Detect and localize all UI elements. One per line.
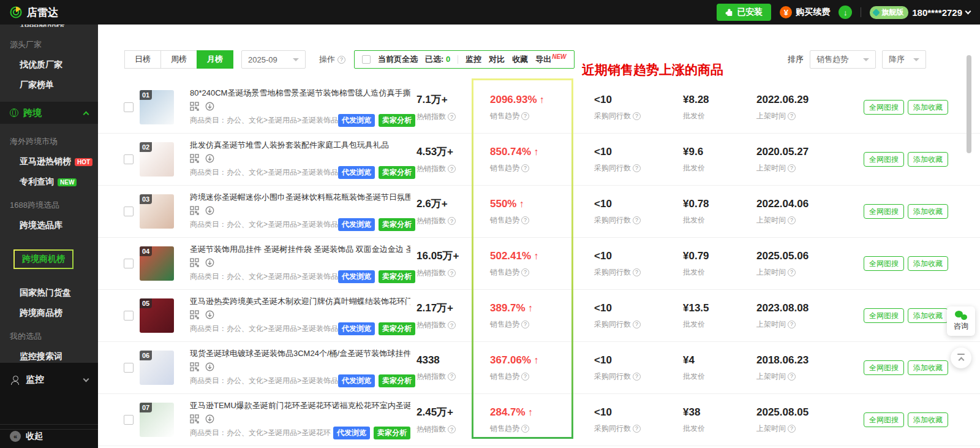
sidebar-item[interactable]: 跨境选品库 xyxy=(20,220,98,231)
tab-daily[interactable]: 日榜 xyxy=(124,50,161,69)
proxy-browse-badge[interactable]: 代发浏览 xyxy=(338,374,375,387)
sidebar-item[interactable]: 跨境商品榜 xyxy=(20,308,98,319)
tab-weekly[interactable]: 周榜 xyxy=(160,50,197,69)
product-title[interactable]: 亚马逊TEMU爆款圣诞前门花环圣诞花环诺福克松花环室内圣诞装饰 xyxy=(190,400,410,411)
help-icon[interactable] xyxy=(633,268,641,276)
help-icon[interactable] xyxy=(521,321,529,328)
row-checkbox[interactable] xyxy=(124,311,134,321)
product-image[interactable]: 05 xyxy=(140,298,174,333)
download-image-icon[interactable] xyxy=(205,310,214,319)
monitor-action[interactable]: 监控 xyxy=(466,54,481,65)
product-title[interactable]: 亚马逊热卖跨境美式圣诞木制欢迎门牌仿真叶蝴蝶结装饰花环门环 xyxy=(190,296,410,307)
sidebar-item[interactable]: 亚马逊热销榜HOT xyxy=(20,156,98,167)
product-image[interactable]: 07 xyxy=(140,403,174,437)
help-icon[interactable] xyxy=(448,269,456,277)
compare-action[interactable]: 对比 xyxy=(489,54,505,65)
seller-analysis-badge[interactable]: 卖家分析 xyxy=(379,374,415,387)
help-icon[interactable] xyxy=(788,268,796,276)
help-icon[interactable] xyxy=(521,373,529,381)
add-favorite-button[interactable]: 添加收藏 xyxy=(908,360,948,375)
row-checkbox[interactable] xyxy=(124,363,134,373)
help-icon[interactable] xyxy=(788,373,796,381)
sort-field-select[interactable]: 销售趋势 xyxy=(810,50,876,69)
qr-code-icon[interactable] xyxy=(190,154,199,163)
brand-logo[interactable]: 店雷达 xyxy=(10,6,58,20)
proxy-browse-badge[interactable]: 代发浏览 xyxy=(338,270,375,283)
proxy-browse-badge[interactable]: 代发浏览 xyxy=(338,166,375,179)
qr-code-icon[interactable] xyxy=(190,258,199,267)
installed-button[interactable]: 已安装 xyxy=(717,4,771,21)
seller-analysis-badge[interactable]: 卖家分析 xyxy=(379,270,415,283)
help-icon[interactable] xyxy=(788,216,796,224)
help-icon[interactable] xyxy=(448,425,456,433)
help-icon[interactable] xyxy=(788,164,796,172)
row-checkbox[interactable] xyxy=(124,259,134,268)
help-icon[interactable] xyxy=(448,217,456,225)
help-icon[interactable] xyxy=(633,216,641,224)
row-checkbox[interactable] xyxy=(124,415,134,425)
consult-widget[interactable]: 咨询 xyxy=(947,306,975,336)
period-select[interactable]: 2025-09 xyxy=(241,50,306,69)
proxy-browse-badge[interactable]: 代发浏览 xyxy=(338,322,375,335)
qr-code-icon[interactable] xyxy=(190,362,199,371)
account-menu[interactable]: 旗舰版 180****2729 xyxy=(870,6,970,19)
sidebar-group-crossborder[interactable]: 跨境 xyxy=(0,102,98,124)
help-icon[interactable] xyxy=(633,164,641,172)
sidebar-item[interactable]: 1688商品榜 xyxy=(20,25,98,27)
help-icon[interactable] xyxy=(788,425,796,433)
help-icon[interactable] xyxy=(633,321,641,328)
product-image[interactable]: 06 xyxy=(140,351,174,385)
qr-code-icon[interactable] xyxy=(190,102,199,111)
proxy-browse-badge[interactable]: 代发浏览 xyxy=(338,218,375,231)
scrollbar-thumb[interactable] xyxy=(967,55,971,153)
help-icon[interactable] xyxy=(337,56,345,64)
help-icon[interactable] xyxy=(633,112,641,120)
help-icon[interactable] xyxy=(448,373,456,381)
qr-code-icon[interactable] xyxy=(190,206,199,215)
add-favorite-button[interactable]: 添加收藏 xyxy=(908,100,948,115)
back-to-top-button[interactable] xyxy=(951,347,971,368)
help-icon[interactable] xyxy=(521,268,529,276)
sidebar-item[interactable]: 厂家榜单 xyxy=(20,80,98,91)
select-all-checkbox[interactable] xyxy=(362,55,371,64)
image-search-button[interactable]: 全网图搜 xyxy=(864,360,904,375)
product-title[interactable]: 跨境迷你圣诞帽迷你小围巾圣诞袜饮料瓶花瓶装饰圣诞节日氛围用品 xyxy=(190,192,410,203)
qr-code-icon[interactable] xyxy=(190,310,199,319)
product-image[interactable]: 02 xyxy=(140,142,174,177)
proxy-browse-badge[interactable]: 代发浏览 xyxy=(333,427,370,439)
export-action[interactable]: 导出NEW xyxy=(535,53,566,65)
sidebar-item[interactable]: 国家热门货盘 xyxy=(20,287,98,298)
help-icon[interactable] xyxy=(521,164,529,172)
seller-analysis-badge[interactable]: 卖家分析 xyxy=(379,322,415,335)
proxy-browse-badge[interactable]: 代发浏览 xyxy=(338,114,375,127)
seller-analysis-badge[interactable]: 卖家分析 xyxy=(374,427,410,439)
seller-analysis-badge[interactable]: 卖家分析 xyxy=(379,114,415,127)
sidebar-item-active[interactable]: 跨境商机榜 xyxy=(13,249,74,269)
help-icon[interactable] xyxy=(521,216,529,224)
help-icon[interactable] xyxy=(448,321,456,329)
product-image[interactable]: 03 xyxy=(140,194,174,229)
product-image[interactable]: 01 xyxy=(140,90,174,124)
help-icon[interactable] xyxy=(788,112,796,120)
seller-analysis-badge[interactable]: 卖家分析 xyxy=(379,218,415,231)
product-title[interactable]: 批发仿真圣诞节堆雪人装扮套装配件家庭工具包玩具礼品 xyxy=(190,140,410,151)
download-image-icon[interactable] xyxy=(205,362,214,371)
row-checkbox[interactable] xyxy=(124,207,134,216)
add-favorite-button[interactable]: 添加收藏 xyxy=(908,412,948,427)
image-search-button[interactable]: 全网图搜 xyxy=(864,256,904,271)
favorite-action[interactable]: 收藏 xyxy=(512,54,528,65)
image-search-button[interactable]: 全网图搜 xyxy=(864,308,904,323)
sidebar-item[interactable]: 监控搜索词 xyxy=(20,351,98,362)
image-search-button[interactable]: 全网图搜 xyxy=(864,412,904,427)
product-title[interactable]: 现货圣诞球电镀球圣诞装饰品3CM24个/桶/盒圣诞节装饰球挂件用品 xyxy=(190,348,410,359)
help-icon[interactable] xyxy=(521,425,529,433)
help-icon[interactable] xyxy=(788,321,796,328)
sort-order-select[interactable]: 降序 xyxy=(882,50,926,69)
product-title[interactable]: 圣诞节装饰用品挂件 圣诞树挂件袋 圣诞装饰品 双面金边金边 圣诞 xyxy=(190,244,410,255)
download-image-icon[interactable] xyxy=(205,258,214,267)
sidebar-item[interactable]: 专利查询NEW xyxy=(20,177,98,188)
download-image-icon[interactable] xyxy=(205,102,214,111)
sidebar-item[interactable]: 找优质厂家 xyxy=(20,59,98,70)
help-icon[interactable] xyxy=(448,165,456,173)
seller-analysis-badge[interactable]: 卖家分析 xyxy=(379,166,415,179)
